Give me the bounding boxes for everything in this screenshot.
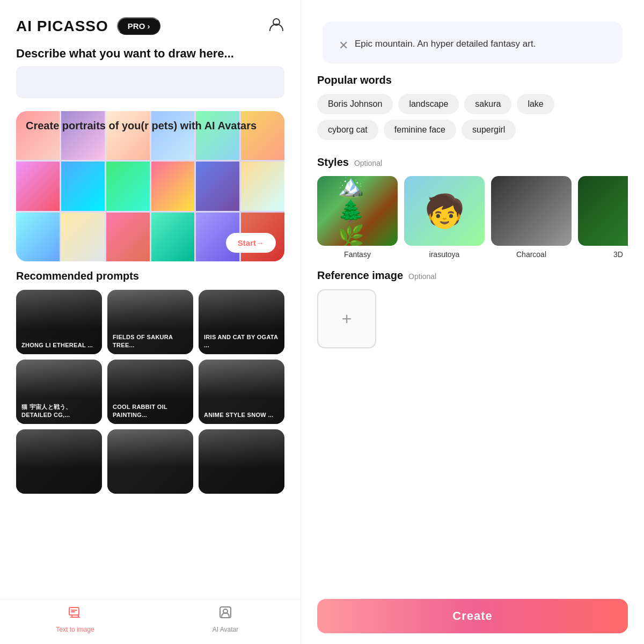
prompt-card-text: IRIS AND CAT BY OGATA ... bbox=[204, 333, 279, 349]
avatar-cell bbox=[241, 162, 284, 210]
prompt-card[interactable]: 猫 宇宙人と戦う、DETAILED CG,... bbox=[16, 360, 102, 424]
avatar-cell bbox=[106, 213, 150, 261]
styles-header: Styles Optional bbox=[317, 156, 628, 169]
prompt-card[interactable]: COOL RABBIT OIL PAINTING... bbox=[107, 360, 193, 424]
prompt-card[interactable]: IRIS AND CAT BY OGATA ... bbox=[199, 290, 284, 354]
style-label-charcoal: Charcoal bbox=[516, 250, 546, 259]
style-thumb-charcoal bbox=[491, 176, 572, 246]
avatar-banner-title: Create portraits of you(r pets) with AI … bbox=[26, 119, 257, 133]
reference-section: Reference image Optional + bbox=[301, 259, 644, 348]
chip-supergirl[interactable]: supergirl bbox=[462, 120, 516, 140]
pro-button[interactable]: PRO › bbox=[117, 17, 161, 35]
prompt-card[interactable]: ZHONG LI ETHEREAL ... bbox=[16, 290, 102, 354]
style-card-charcoal[interactable]: Charcoal bbox=[491, 176, 572, 259]
nav-text-to-image[interactable]: Text to image bbox=[0, 605, 150, 633]
word-chips: Boris Johnson landscape sakura lake bbox=[317, 94, 628, 114]
prompt-bar: ✕ Epic mountain. An hyper detailed fanta… bbox=[323, 21, 623, 63]
style-card-irasutoya[interactable]: 🧒 irasutoya bbox=[404, 176, 485, 259]
ai-avatar-label: AI Avatar bbox=[213, 626, 238, 633]
ref-title: Reference image bbox=[317, 269, 403, 282]
popular-title: Popular words bbox=[317, 74, 628, 86]
prompt-card-text: ANIME STYLE SNOW ... bbox=[204, 411, 273, 419]
style-thumb-fantasy bbox=[317, 176, 398, 246]
avatar-cell bbox=[61, 162, 105, 210]
prompt-card-text: FIELDS OF SAKURA TREE... bbox=[113, 333, 188, 349]
chip-boris-johnson[interactable]: Boris Johnson bbox=[317, 94, 393, 114]
create-button[interactable]: Create bbox=[317, 599, 628, 633]
app-header: AI PICASSO PRO › bbox=[0, 0, 301, 47]
describe-section: Describe what you want to draw here... bbox=[0, 47, 301, 107]
chip-landscape[interactable]: landscape bbox=[398, 94, 459, 114]
avatar-cell bbox=[151, 213, 195, 261]
styles-optional: Optional bbox=[354, 159, 382, 167]
style-card-fantasy[interactable]: Fantasy bbox=[317, 176, 398, 259]
user-icon[interactable] bbox=[268, 16, 284, 36]
plus-icon: + bbox=[342, 309, 352, 329]
word-chips-row2: cyborg cat feminine face supergirl bbox=[317, 120, 628, 140]
prompt-grid: ZHONG LI ETHEREAL ... FIELDS OF SAKURA T… bbox=[16, 290, 284, 494]
avatar-cell bbox=[16, 213, 60, 261]
recommended-section: Recommended prompts ZHONG LI ETHEREAL ..… bbox=[0, 270, 301, 599]
app-logo: AI PICASSO bbox=[16, 18, 108, 35]
prompt-card[interactable] bbox=[199, 429, 284, 494]
nav-ai-avatar[interactable]: AI Avatar bbox=[150, 605, 301, 633]
chip-lake[interactable]: lake bbox=[517, 94, 554, 114]
text-to-image-label: Text to image bbox=[56, 626, 94, 633]
ai-avatar-icon bbox=[218, 605, 233, 624]
chip-cyborg-cat[interactable]: cyborg cat bbox=[317, 120, 378, 140]
bottom-nav: Text to image AI Avatar bbox=[0, 599, 301, 644]
prompt-card-text: COOL RABBIT OIL PAINTING... bbox=[113, 403, 188, 419]
prompt-text: Epic mountain. An hyper detailed fantasy… bbox=[355, 38, 606, 50]
chip-feminine-face[interactable]: feminine face bbox=[384, 120, 456, 140]
close-button[interactable]: ✕ bbox=[339, 39, 348, 53]
styles-section: Styles Optional Fantasy 🧒 irasutoya Char… bbox=[301, 145, 644, 259]
start-button[interactable]: Start→ bbox=[226, 233, 276, 253]
describe-label: Describe what you want to draw here... bbox=[16, 47, 284, 61]
prompt-card[interactable]: FIELDS OF SAKURA TREE... bbox=[107, 290, 193, 354]
recommended-title: Recommended prompts bbox=[16, 270, 284, 282]
right-panel: ✕ Epic mountain. An hyper detailed fanta… bbox=[301, 0, 644, 644]
text-to-image-icon bbox=[68, 605, 83, 624]
style-label-3d: 3D bbox=[613, 250, 623, 259]
popular-section: Popular words Boris Johnson landscape sa… bbox=[301, 63, 644, 145]
create-section: Create bbox=[301, 588, 644, 644]
prompt-card[interactable] bbox=[16, 429, 102, 494]
prompt-card-text: 猫 宇宙人と戦う、DETAILED CG,... bbox=[21, 403, 97, 419]
style-card-3d[interactable]: 3D bbox=[578, 176, 628, 259]
style-label-fantasy: Fantasy bbox=[344, 250, 371, 259]
styles-title: Styles bbox=[317, 156, 349, 169]
style-label-irasutoya: irasutoya bbox=[429, 250, 460, 259]
avatar-cell bbox=[61, 213, 105, 261]
left-panel: AI PICASSO PRO › Describe what you want … bbox=[0, 0, 301, 644]
styles-grid: Fantasy 🧒 irasutoya Charcoal 3D bbox=[317, 176, 628, 259]
avatar-cell bbox=[196, 162, 239, 210]
describe-input[interactable] bbox=[16, 66, 284, 98]
style-thumb-irasutoya: 🧒 bbox=[404, 176, 485, 246]
ref-optional: Optional bbox=[408, 272, 436, 281]
ref-header: Reference image Optional bbox=[317, 269, 628, 282]
style-thumb-3d bbox=[578, 176, 628, 246]
prompt-card-text: ZHONG LI ETHEREAL ... bbox=[21, 341, 93, 349]
ref-add-button[interactable]: + bbox=[317, 289, 376, 348]
avatar-cell bbox=[16, 162, 60, 210]
prompt-card[interactable] bbox=[107, 429, 193, 494]
avatar-cell bbox=[106, 162, 150, 210]
avatar-cell bbox=[151, 162, 195, 210]
avatar-banner: Create portraits of you(r pets) with AI … bbox=[16, 111, 284, 261]
prompt-card[interactable]: ANIME STYLE SNOW ... bbox=[199, 360, 284, 424]
chip-sakura[interactable]: sakura bbox=[464, 94, 511, 114]
